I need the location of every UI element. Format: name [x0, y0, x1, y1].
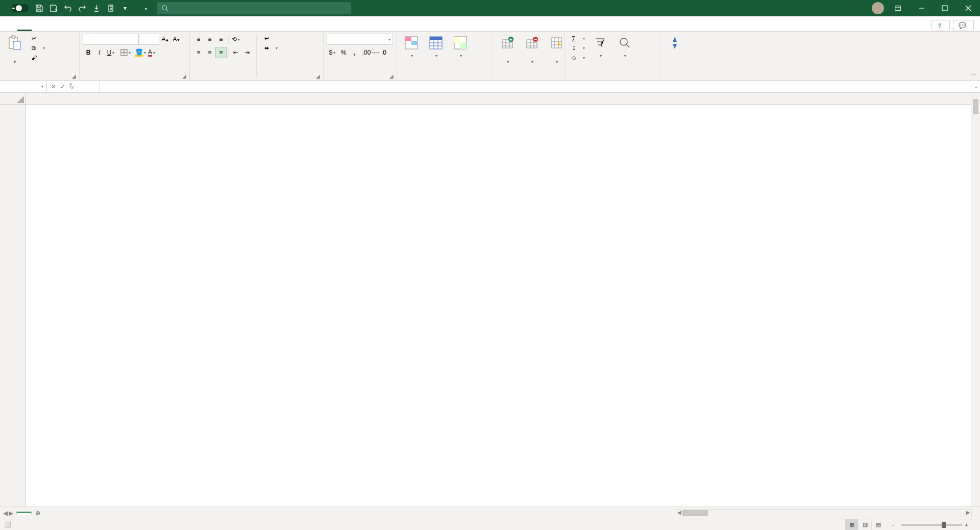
horizontal-scrollbar[interactable]: ◀ ▶ — [676, 509, 972, 517]
select-all-corner[interactable] — [0, 93, 26, 105]
tab-data[interactable] — [89, 26, 103, 31]
bold-icon[interactable]: B — [83, 47, 94, 58]
touch-mode-icon[interactable] — [92, 4, 101, 13]
print-preview-icon[interactable] — [106, 4, 115, 13]
orientation-icon[interactable]: ⟲▾ — [230, 34, 241, 45]
scrollbar-thumb[interactable] — [973, 99, 978, 114]
fill-color-icon[interactable]: 🪣▾ — [135, 47, 146, 58]
align-center-icon[interactable]: ≡ — [204, 47, 215, 58]
sheet-nav-next-icon[interactable]: ▶ — [9, 510, 13, 517]
hsb-left-icon[interactable]: ◀ — [677, 510, 681, 515]
number-dialog-icon[interactable]: ◢ — [389, 73, 394, 79]
clear-button[interactable]: ◇▾ — [568, 53, 587, 62]
borders-icon[interactable]: ▾ — [120, 47, 131, 58]
fill-button[interactable]: ↧▾ — [568, 43, 587, 53]
ribbon-display-icon[interactable] — [886, 0, 910, 16]
name-box[interactable]: ▾ — [0, 81, 47, 92]
tab-file[interactable] — [3, 26, 17, 31]
delete-cells-button[interactable]: ▾ — [521, 34, 543, 66]
add-sheet-button[interactable]: ⊕ — [32, 510, 44, 517]
increase-indent-icon[interactable]: ⇥ — [241, 47, 253, 58]
comma-format-icon[interactable]: , — [349, 47, 360, 58]
save-icon[interactable] — [35, 4, 44, 13]
collapse-ribbon-icon[interactable]: ︿ — [971, 69, 977, 78]
tab-view[interactable] — [117, 26, 132, 31]
percent-format-icon[interactable]: % — [338, 47, 349, 58]
decrease-font-icon[interactable]: A▾ — [170, 34, 182, 45]
minimize-icon[interactable] — [910, 0, 933, 16]
zoom-out-icon[interactable]: − — [888, 522, 897, 528]
expand-formula-icon[interactable]: ⌄ — [974, 84, 978, 89]
font-name-select[interactable] — [83, 34, 139, 45]
cell-styles-button[interactable]: ▾ — [449, 34, 472, 60]
vertical-scrollbar[interactable] — [971, 93, 980, 507]
column-headers[interactable] — [26, 93, 971, 105]
tab-draw[interactable] — [46, 26, 60, 31]
underline-icon[interactable]: U▾ — [105, 47, 116, 58]
zoom-slider[interactable] — [901, 524, 962, 526]
hsb-right-icon[interactable]: ▶ — [966, 510, 970, 515]
font-dialog-icon[interactable]: ◢ — [182, 73, 186, 79]
record-macro-icon[interactable]: ⬜ — [4, 521, 11, 527]
autosum-button[interactable]: ∑▾ — [568, 34, 587, 43]
page-layout-view-icon[interactable]: ▥ — [858, 519, 871, 531]
formula-input[interactable]: ⌄ — [100, 81, 980, 92]
tab-developer[interactable] — [132, 26, 146, 31]
format-painter-button[interactable]: 🖌 — [28, 53, 47, 62]
cells-area[interactable] — [26, 105, 971, 507]
font-size-select[interactable] — [139, 34, 159, 45]
hsb-thumb[interactable] — [682, 510, 708, 516]
clipboard-dialog-icon[interactable]: ◢ — [72, 73, 76, 79]
accounting-format-icon[interactable]: $▾ — [327, 47, 338, 58]
increase-decimal-icon[interactable]: .00→ — [364, 47, 375, 58]
paste-button[interactable]: ▾ — [3, 34, 26, 66]
decrease-indent-icon[interactable]: ⇤ — [230, 47, 241, 58]
zoom-in-icon[interactable]: + — [965, 522, 968, 528]
align-bottom-icon[interactable]: ≡ — [215, 34, 227, 45]
autosave-toggle[interactable] — [11, 4, 29, 12]
format-as-table-button[interactable]: ▾ — [425, 34, 447, 60]
copy-button[interactable]: ⧉▾ — [28, 43, 47, 53]
undo-icon[interactable] — [63, 4, 72, 13]
qat-customize-icon[interactable]: ▾ — [120, 4, 130, 13]
page-break-view-icon[interactable]: ▤ — [871, 519, 885, 531]
fx-icon[interactable]: fx — [69, 82, 74, 90]
tab-home[interactable] — [17, 26, 32, 31]
align-right-icon[interactable]: ≡ — [215, 47, 227, 58]
merge-center-button[interactable]: ⬌▾ — [260, 43, 280, 53]
increase-font-icon[interactable]: A▴ — [159, 34, 170, 45]
tab-help[interactable] — [146, 26, 160, 31]
tab-acrobat[interactable] — [160, 26, 175, 31]
font-color-icon[interactable]: A▾ — [146, 47, 157, 58]
align-left-icon[interactable]: ≡ — [193, 47, 204, 58]
conditional-formatting-button[interactable]: ▾ — [400, 34, 423, 60]
align-top-icon[interactable]: ≡ — [193, 34, 204, 45]
italic-icon[interactable]: I — [94, 47, 105, 58]
cut-button[interactable]: ✂ — [28, 34, 47, 43]
save-as-icon[interactable] — [49, 4, 58, 13]
decrease-decimal-icon[interactable]: ←.0 — [375, 47, 386, 58]
sheet-tab-sheet1[interactable] — [16, 512, 32, 515]
user-area[interactable] — [866, 2, 886, 14]
find-select-button[interactable]: ▾ — [614, 34, 636, 60]
analyze-data-button[interactable] — [664, 34, 686, 53]
wrap-text-button[interactable]: ↩ — [260, 34, 280, 43]
tab-review[interactable] — [103, 26, 117, 31]
insert-cells-button[interactable]: ▾ — [496, 34, 519, 66]
sort-filter-button[interactable]: ▾ — [589, 34, 611, 60]
align-middle-icon[interactable]: ≡ — [204, 34, 215, 45]
close-icon[interactable] — [957, 0, 980, 16]
normal-view-icon[interactable]: ▦ — [845, 519, 858, 531]
alignment-dialog-icon[interactable]: ◢ — [316, 73, 320, 79]
sheet-nav-prev-icon[interactable]: ◀ — [3, 510, 8, 517]
comments-button[interactable]: 💬 — [953, 20, 974, 31]
tab-formulas[interactable] — [75, 26, 89, 31]
cancel-formula-icon[interactable]: ✕ — [51, 83, 56, 90]
row-headers[interactable] — [0, 105, 26, 507]
redo-icon[interactable] — [78, 4, 87, 13]
zoom-thumb[interactable] — [942, 522, 946, 528]
number-format-select[interactable]: ▾ — [327, 34, 393, 45]
enter-formula-icon[interactable]: ✓ — [60, 83, 65, 90]
share-button[interactable]: ⇪ — [932, 20, 950, 31]
tab-page-layout[interactable] — [60, 26, 75, 31]
